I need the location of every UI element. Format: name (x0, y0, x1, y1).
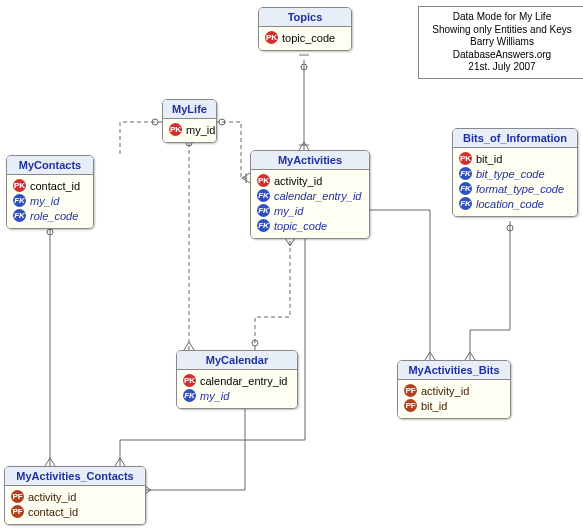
attr-label: role_code (30, 210, 78, 222)
info-line: Data Mode for My Life (427, 11, 577, 24)
attr-label: activity_id (421, 385, 469, 397)
pk-icon: PK (265, 31, 278, 44)
attr-label: format_type_code (476, 183, 564, 195)
diagram-info-box: Data Mode for My Life Showing only Entit… (418, 6, 583, 79)
entity-bits: Bits_of_Information PK bit_id FK bit_typ… (452, 128, 578, 217)
pk-icon: PK (459, 152, 472, 165)
entity-title: Topics (259, 8, 351, 27)
svg-point-4 (252, 340, 258, 346)
fk-icon: FK (257, 204, 270, 217)
attr-label: location_code (476, 198, 544, 210)
info-line: Showing only Entities and Keys (427, 24, 577, 37)
attr-label: contact_id (30, 180, 80, 192)
entity-myactivities-bits: MyActivities_Bits PF activity_id PF bit_… (397, 360, 511, 419)
entity-title: MyContacts (7, 156, 93, 175)
entity-body: PK topic_code (259, 27, 351, 50)
svg-point-5 (507, 225, 513, 231)
attr-label: contact_id (28, 506, 78, 518)
attr-row: PK my_id (169, 122, 210, 137)
entity-body: PF activity_id PF bit_id (398, 380, 510, 418)
attr-row: PF bit_id (404, 398, 504, 413)
pf-icon: PF (11, 505, 24, 518)
attr-label: my_id (186, 124, 215, 136)
entity-body: PF activity_id PF contact_id (5, 486, 145, 524)
pk-icon: PK (257, 174, 270, 187)
attr-row: FK my_id (257, 203, 363, 218)
attr-label: topic_code (282, 32, 335, 44)
attr-row: PK calendar_entry_id (183, 373, 291, 388)
entity-title: MyLife (163, 100, 216, 119)
svg-point-6 (47, 229, 53, 235)
attr-row: FK my_id (13, 193, 87, 208)
attr-row: PF contact_id (11, 504, 139, 519)
attr-label: calendar_entry_id (274, 190, 361, 202)
attr-label: my_id (30, 195, 59, 207)
entity-title: MyActivities_Contacts (5, 467, 145, 486)
attr-row: FK topic_code (257, 218, 363, 233)
entity-body: PK activity_id FK calendar_entry_id FK m… (251, 170, 369, 238)
attr-row: PK topic_code (265, 30, 345, 45)
info-line: Barry Williams (427, 36, 577, 49)
attr-row: PK bit_id (459, 151, 571, 166)
entity-body: PK my_id (163, 119, 216, 142)
entity-title: MyActivities (251, 151, 369, 170)
fk-icon: FK (183, 389, 196, 402)
pk-icon: PK (183, 374, 196, 387)
entity-myactivities: MyActivities PK activity_id FK calendar_… (250, 150, 370, 239)
attr-label: my_id (274, 205, 303, 217)
pf-icon: PF (404, 399, 417, 412)
entity-myactivities-contacts: MyActivities_Contacts PF activity_id PF … (4, 466, 146, 525)
attr-label: bit_type_code (476, 168, 545, 180)
info-line: 21st. July 2007 (427, 61, 577, 74)
entity-mycontacts: MyContacts PK contact_id FK my_id FK rol… (6, 155, 94, 229)
fk-icon: FK (257, 189, 270, 202)
attr-label: bit_id (421, 400, 447, 412)
attr-label: calendar_entry_id (200, 375, 287, 387)
pf-icon: PF (11, 490, 24, 503)
attr-row: FK calendar_entry_id (257, 188, 363, 203)
erd-connectors (0, 0, 583, 530)
fk-icon: FK (13, 194, 26, 207)
attr-row: FK my_id (183, 388, 291, 403)
attr-row: PF activity_id (404, 383, 504, 398)
attr-label: bit_id (476, 153, 502, 165)
entity-title: MyCalendar (177, 351, 297, 370)
fk-icon: FK (459, 182, 472, 195)
entity-body: PK bit_id FK bit_type_code FK format_typ… (453, 148, 577, 216)
svg-point-0 (301, 64, 307, 70)
attr-row: FK location_code (459, 196, 571, 211)
entity-mylife: MyLife PK my_id (162, 99, 217, 143)
entity-title: Bits_of_Information (453, 129, 577, 148)
fk-icon: FK (459, 167, 472, 180)
attr-row: PF activity_id (11, 489, 139, 504)
svg-point-1 (219, 119, 225, 125)
fk-icon: FK (459, 197, 472, 210)
pk-icon: PK (169, 123, 182, 136)
attr-label: my_id (200, 390, 229, 402)
attr-label: topic_code (274, 220, 327, 232)
pf-icon: PF (404, 384, 417, 397)
attr-row: PK contact_id (13, 178, 87, 193)
pk-icon: PK (13, 179, 26, 192)
entity-body: PK calendar_entry_id FK my_id (177, 370, 297, 408)
attr-row: FK bit_type_code (459, 166, 571, 181)
svg-point-2 (152, 119, 158, 125)
entity-body: PK contact_id FK my_id FK role_code (7, 175, 93, 228)
attr-row: FK format_type_code (459, 181, 571, 196)
attr-label: activity_id (28, 491, 76, 503)
attr-label: activity_id (274, 175, 322, 187)
attr-row: PK activity_id (257, 173, 363, 188)
info-line: DatabaseAnswers.org (427, 49, 577, 62)
attr-row: FK role_code (13, 208, 87, 223)
entity-mycalendar: MyCalendar PK calendar_entry_id FK my_id (176, 350, 298, 409)
entity-topics: Topics PK topic_code (258, 7, 352, 51)
fk-icon: FK (257, 219, 270, 232)
entity-title: MyActivities_Bits (398, 361, 510, 380)
fk-icon: FK (13, 209, 26, 222)
